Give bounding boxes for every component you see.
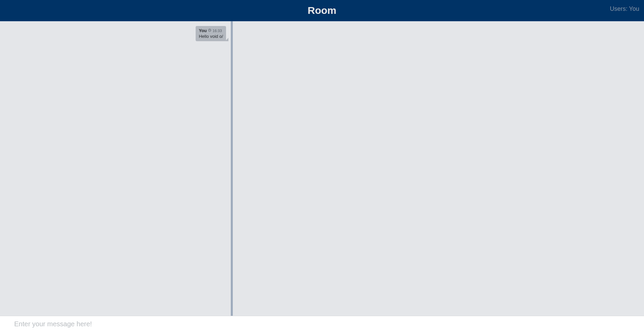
message-input[interactable] <box>14 320 630 328</box>
message-bubble: You 16:33 Hello void o/ <box>196 26 226 41</box>
main-content: You 16:33 Hello void o/ <box>0 21 644 316</box>
clock-icon <box>208 29 211 32</box>
room-title: Room <box>308 5 337 16</box>
message-sender: You <box>199 28 207 33</box>
input-bar <box>0 316 644 332</box>
header: Room Users: You <box>0 0 644 21</box>
message-text: Hello void o/ <box>199 34 223 39</box>
chat-panel: You 16:33 Hello void o/ <box>0 21 231 316</box>
content-panel <box>231 21 644 316</box>
message-time: 16:33 <box>213 29 222 33</box>
message-header: You 16:33 <box>199 28 223 33</box>
users-indicator: Users: You <box>610 5 639 12</box>
